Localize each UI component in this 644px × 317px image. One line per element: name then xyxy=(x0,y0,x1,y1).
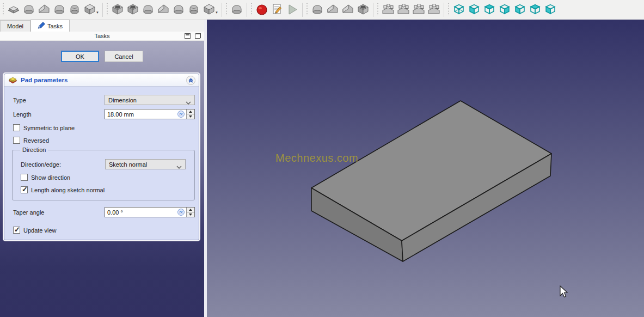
view-left-button[interactable] xyxy=(543,2,558,17)
ok-button[interactable]: OK xyxy=(61,51,99,62)
view-left-icon xyxy=(544,3,557,17)
toolbar-separator xyxy=(373,3,373,17)
mouse-cursor xyxy=(560,285,571,300)
subtractive-pipe-icon xyxy=(172,3,185,17)
watermark: Mechnexus.com xyxy=(275,152,358,164)
linear-pattern-icon xyxy=(397,3,410,17)
pad-parameters-header: Pad parameters xyxy=(4,74,199,87)
length-spinner[interactable] xyxy=(186,109,194,119)
toolbar-drag-handle[interactable] xyxy=(447,3,450,16)
panel-float-icon[interactable] xyxy=(195,33,201,39)
additive-primitive-box-button[interactable] xyxy=(82,2,97,17)
expression-icon[interactable]: fx xyxy=(177,209,185,216)
additive-pipe-button[interactable] xyxy=(52,2,67,17)
taper-angle-input[interactable]: 0.00 ° fx xyxy=(105,207,195,217)
view-rear-button[interactable] xyxy=(512,2,528,17)
collapse-button[interactable] xyxy=(186,76,195,85)
toolbar-separator xyxy=(444,3,444,17)
update-view-checkbox[interactable]: Update view xyxy=(13,227,57,234)
toolbar-separator xyxy=(102,3,103,17)
groove-button[interactable] xyxy=(140,2,156,17)
additive-loft-button[interactable] xyxy=(36,2,52,17)
view-right-button[interactable] xyxy=(497,2,512,17)
subtractive-pipe-button[interactable] xyxy=(171,2,186,17)
fillet-icon xyxy=(311,3,324,17)
macro-record-button[interactable] xyxy=(254,2,269,17)
boolean-operation-icon xyxy=(230,3,243,17)
pad-button[interactable] xyxy=(6,2,21,17)
tasks-panel-title: Tasks xyxy=(94,33,109,39)
symmetric-to-plane-checkbox[interactable]: Symmetric to plane xyxy=(13,124,75,131)
additive-loft-icon xyxy=(38,3,51,17)
length-input[interactable]: 18.00 mm fx xyxy=(105,109,195,119)
taper-spinner[interactable] xyxy=(186,208,194,217)
toolbar-drag-handle[interactable] xyxy=(306,3,309,16)
macro-edit-icon xyxy=(271,3,284,17)
view-top-button[interactable] xyxy=(482,2,497,17)
expression-icon[interactable]: fx xyxy=(177,111,185,118)
pad-model[interactable] xyxy=(207,20,644,317)
pocket-button[interactable] xyxy=(110,2,125,17)
toolbar-drag-handle[interactable] xyxy=(377,3,379,16)
direction-group: Direction Direction/edge: Sketch normal … xyxy=(12,150,195,200)
cancel-button[interactable]: Cancel xyxy=(105,51,143,62)
view-bottom-button[interactable] xyxy=(528,2,543,17)
subtractive-helix-icon xyxy=(187,3,200,17)
chamfer-button[interactable] xyxy=(325,2,340,17)
macro-execute-button[interactable] xyxy=(285,2,300,17)
show-direction-checkbox[interactable]: Show direction xyxy=(21,174,70,181)
type-label: Type xyxy=(13,97,26,103)
boolean-operation-button[interactable] xyxy=(229,2,244,17)
checkbox-icon xyxy=(13,124,20,131)
toolbar-drag-handle[interactable] xyxy=(225,3,228,16)
view-front-icon xyxy=(468,3,481,17)
length-along-sketch-normal-checkbox[interactable]: Length along sketch normal xyxy=(21,186,105,193)
panel-collapse-icon[interactable] xyxy=(185,33,191,39)
tab-tasks[interactable]: Tasks xyxy=(30,20,70,32)
tab-model-label: Model xyxy=(7,23,23,29)
draft-button[interactable] xyxy=(340,2,355,17)
mirrored-button[interactable] xyxy=(381,2,396,17)
taper-angle-label: Taper angle xyxy=(13,209,45,216)
dropdown-arrow-icon[interactable]: ▼ xyxy=(96,11,99,14)
type-dropdown[interactable]: Dimension xyxy=(105,95,195,105)
toolbar-drag-handle[interactable] xyxy=(250,3,253,16)
3d-viewport[interactable]: Mechnexus.com xyxy=(207,20,644,317)
toolbar-drag-handle[interactable] xyxy=(2,3,5,16)
dropdown-arrow-icon[interactable]: ▼ xyxy=(215,11,218,14)
fillet-button[interactable] xyxy=(310,2,325,17)
toolbar-separator xyxy=(247,3,247,17)
polar-pattern-button[interactable] xyxy=(411,2,426,17)
tab-model[interactable]: Model xyxy=(0,20,30,32)
revolution-button[interactable] xyxy=(21,2,36,17)
checkbox-icon xyxy=(13,137,20,144)
subtractive-loft-button[interactable] xyxy=(156,2,171,17)
checkbox-icon xyxy=(21,186,28,193)
view-front-button[interactable] xyxy=(467,2,482,17)
direction-edge-dropdown[interactable]: Sketch normal xyxy=(105,159,186,169)
pad-icon xyxy=(7,3,20,17)
subtractive-helix-button[interactable] xyxy=(186,2,201,17)
pocket-icon xyxy=(111,3,124,17)
freecad-window: ▼▼ Model Tasks Tasks OK Cancel Pad param… xyxy=(0,0,644,317)
view-right-icon xyxy=(498,3,511,17)
thickness-button[interactable] xyxy=(355,2,371,17)
pad-icon xyxy=(8,75,18,86)
multitransform-button[interactable] xyxy=(426,2,441,17)
tasks-panel: OK Cancel Pad parameters Type Dimension … xyxy=(0,41,204,317)
additive-helix-button[interactable] xyxy=(67,2,82,17)
subtractive-primitive-box-icon xyxy=(203,3,216,17)
subtractive-primitive-box-button[interactable] xyxy=(201,2,217,17)
linear-pattern-button[interactable] xyxy=(396,2,411,17)
chamfer-icon xyxy=(326,3,339,17)
view-rear-icon xyxy=(513,3,526,17)
checkbox-icon xyxy=(21,174,28,181)
view-axonometric-button[interactable] xyxy=(451,2,467,17)
thickness-icon xyxy=(357,3,370,17)
toolbar-drag-handle[interactable] xyxy=(106,3,109,16)
direction-edge-label: Direction/edge: xyxy=(21,161,61,168)
macro-edit-button[interactable] xyxy=(269,2,285,17)
toolbar-separator xyxy=(302,3,303,17)
hole-button[interactable] xyxy=(125,2,140,17)
reversed-checkbox[interactable]: Reversed xyxy=(13,137,49,144)
